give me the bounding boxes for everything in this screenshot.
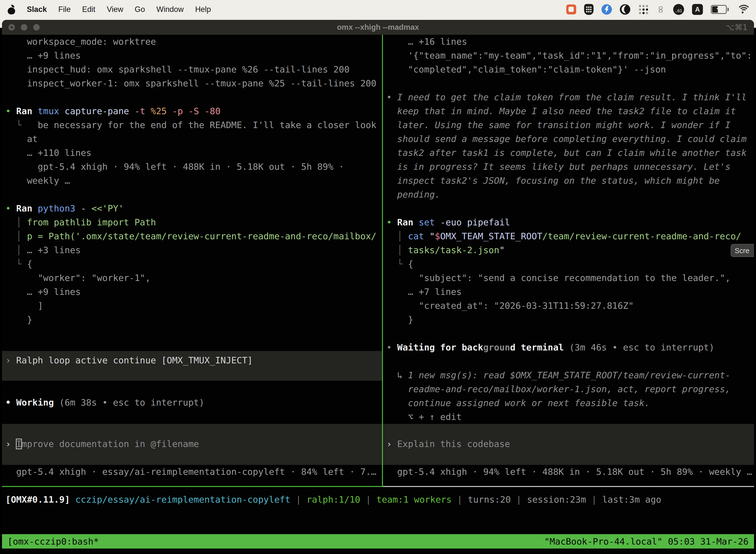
code-line: │ cat "$OMX_TEAM_STATE_ROOT/team/review-… <box>383 229 754 243</box>
output-line: "worker": "worker-1", <box>2 271 382 285</box>
command-line: • Ran tmux capture-pane -t %25 -p -S -80 <box>2 104 382 118</box>
output-line: at <box>2 132 382 146</box>
output-line: … +16 lines <box>383 35 754 49</box>
thinking-line: task2 after task1 is complete, but can I… <box>383 146 754 160</box>
blank-line <box>2 188 382 202</box>
command-line: • Ran set -euo pipefail <box>383 215 754 229</box>
blank-line <box>383 76 754 90</box>
output-line: … +9 lines <box>2 49 382 63</box>
menu-item-window[interactable]: Window <box>156 5 184 14</box>
thinking-line: inspect task2's JSON, focusing on the st… <box>383 174 754 188</box>
left-agent-pane[interactable]: workspace_mode: worktree … +9 lines insp… <box>2 35 382 486</box>
input-source-icon[interactable]: A <box>692 4 703 15</box>
battery-icon[interactable] <box>711 5 729 14</box>
output-line: └ be necessary for the end of the README… <box>2 118 382 132</box>
output-line: } <box>383 313 754 327</box>
tmux-host-clock-label: "MacBook-Pro-44.local" 05:03 31-Mar-26 <box>544 536 749 547</box>
blank-line <box>2 90 382 104</box>
menu-item-edit[interactable]: Edit <box>82 5 95 14</box>
right-pane-border <box>383 486 754 487</box>
code-line: │ tasks/task-2.json" <box>383 243 754 257</box>
output-line: └ { <box>2 257 382 271</box>
command-line: • Ran python3 - <<'PY' <box>2 202 382 215</box>
tmux-status-bar: [omx-cczip0:bash* "MacBook-Pro-44.local"… <box>2 534 754 549</box>
code-line: │ p = Path('.omx/state/team/review-curre… <box>2 229 382 243</box>
close-button[interactable] <box>8 24 15 31</box>
window-title: omx --xhigh --madmax <box>337 23 419 32</box>
output-line: … +7 lines <box>383 285 754 299</box>
mailbox-message: ↳ 1 new msg(s): read $OMX_TEAM_STATE_ROO… <box>383 368 754 382</box>
blank-line <box>383 327 754 340</box>
apple-menu-icon[interactable] <box>7 4 15 14</box>
macos-menu-bar: SlackFileEditViewGoWindowHelp ∞ ..61 A <box>0 0 756 19</box>
menu-status-icons: ∞ ..61 A <box>566 4 749 15</box>
model-status-line: gpt-5.4 xhigh · essay/ai-reimplementatio… <box>2 465 382 479</box>
menu-item-help[interactable]: Help <box>195 5 211 14</box>
mailbox-message: readme-and-reco/mailbox/worker-1.json, a… <box>383 382 754 396</box>
menu-item-view[interactable]: View <box>107 5 123 14</box>
output-line: │ … +3 lines <box>2 243 382 257</box>
output-line: } <box>2 313 382 327</box>
thinking-line: pending. <box>383 188 754 202</box>
thinking-line: later. Using the same for transition mig… <box>383 118 754 132</box>
output-line: … +9 lines <box>2 285 382 299</box>
gauge-badge-icon[interactable]: ..61 <box>673 4 684 15</box>
minimize-button[interactable] <box>21 24 27 31</box>
output-line: "completed","claim_token":"claim-token"}… <box>383 63 754 76</box>
output-line: ] <box>2 299 382 313</box>
menu-items: SlackFileEditViewGoWindowHelp <box>7 4 211 14</box>
text-cursor: I <box>16 439 21 449</box>
omx-status-line: [OMX#0.11.9] cczip/essay/ai-reimplementa… <box>2 493 754 507</box>
blank-line <box>2 327 382 340</box>
output-line: workspace_mode: worktree <box>2 35 382 49</box>
tmux-terminal: workspace_mode: worktree … +9 lines insp… <box>2 35 754 554</box>
output-line: inspect_worker-1: omx sparkshell --tmux-… <box>2 76 382 90</box>
output-line: "created_at": "2026-03-31T11:59:27.816Z" <box>383 299 754 313</box>
thinking-line: is in progress? It seems likely but perh… <box>383 160 754 174</box>
menu-item-file[interactable]: File <box>58 5 71 14</box>
blank-line <box>383 354 754 368</box>
zoom-button[interactable] <box>33 24 40 31</box>
window-titlebar[interactable]: omx --xhigh --madmax ⌥⌘1 <box>2 20 754 35</box>
working-status: • Working (6m 38s • esc to interrupt) <box>2 396 382 409</box>
crescent-menu-icon[interactable] <box>620 4 630 15</box>
wifi-icon[interactable] <box>737 5 749 14</box>
blank-line <box>383 202 754 215</box>
app-grid-icon[interactable] <box>638 4 649 15</box>
output-line: … +110 lines <box>2 146 382 160</box>
output-line: weekly … <box>2 174 382 188</box>
infinity-menu-icon[interactable]: ∞ <box>656 5 666 14</box>
menu-item-slack[interactable]: Slack <box>27 5 47 14</box>
thinking-line: • I need to get the claim token from the… <box>383 90 754 104</box>
tmux-session-label: [omx-cczip0:bash* <box>7 536 99 547</box>
thinking-line: should send a message before completing … <box>383 132 754 146</box>
lightning-token-icon[interactable] <box>602 4 612 15</box>
mailbox-message: continue assigned work or next feasible … <box>383 396 754 410</box>
right-agent-pane[interactable]: … +16 lines '{"team_name":"my-team","tas… <box>383 35 754 486</box>
output-line: '{"team_name":"my-team","task_id":"1","f… <box>383 49 754 63</box>
prompt-input[interactable]: › Improve documentation in @filename <box>2 424 382 465</box>
edit-hint: ⌥ + ↑ edit <box>383 410 754 424</box>
queued-message-banner[interactable]: › Ralph loop active continue [OMX_TMUX_I… <box>2 351 382 381</box>
output-line: gpt-5.4 xhigh · 94% left · 488K in · 5.1… <box>2 160 382 174</box>
output-line: inspect_hud: omx sparkshell --tmux-pane … <box>2 63 382 76</box>
prompt-input[interactable]: › Explain this codebase <box>383 424 754 465</box>
left-pane-border <box>2 486 382 487</box>
output-line: └ { <box>383 257 754 271</box>
code-line: │ from pathlib import Path <box>2 215 382 229</box>
chat-app-icon[interactable] <box>566 4 576 14</box>
menu-item-go[interactable]: Go <box>135 5 145 14</box>
output-line: "subject": "send a concise recommendatio… <box>383 271 754 285</box>
keypad-shield-icon[interactable] <box>584 4 593 15</box>
model-status-line: gpt-5.4 xhigh · 94% left · 488K in · 5.1… <box>383 465 754 479</box>
thinking-line: keep that in mind. Maybe I also need the… <box>383 104 754 118</box>
terminal-window: omx --xhigh --madmax ⌥⌘1 workspace_mode:… <box>2 20 754 554</box>
screen-tooltip: Scre <box>731 244 754 257</box>
window-shortcut-badge: ⌥⌘1 <box>726 20 748 35</box>
waiting-status: • Waiting for background terminal (3m 46… <box>383 340 754 354</box>
